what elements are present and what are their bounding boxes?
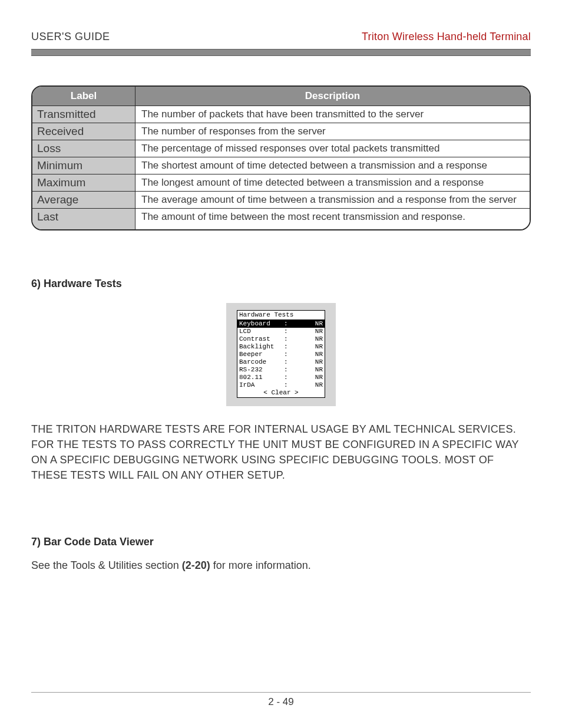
device-row-name: Barcode (239, 358, 284, 366)
col-header-description: Description (135, 87, 530, 106)
cell-description: The longest amount of time detected betw… (135, 174, 530, 192)
device-row-value: NR (288, 381, 323, 389)
table-row: Received The number of responses from th… (32, 123, 530, 140)
description-table: Label Description Transmitted The number… (32, 87, 530, 229)
device-row-name: RS-232 (239, 366, 284, 374)
cell-label: Maximum (32, 174, 135, 192)
cell-description: The percentage of missed responses over … (135, 140, 530, 157)
device-row-irda: IrDA :NR (237, 381, 325, 389)
device-row-sep: : (284, 358, 288, 366)
cell-label: Received (32, 123, 135, 140)
device-row-sep: : (284, 335, 288, 343)
device-row-name: LCD (239, 328, 284, 335)
device-body: Keyboard :NR LCD :NR Contrast :NR Backli… (237, 320, 325, 397)
section-7-reference: (2-20) (182, 559, 210, 571)
device-row-backlight: Backlight:NR (237, 343, 325, 351)
device-row-name: Contrast (239, 335, 284, 343)
section-6-paragraph: THE TRITON HARDWARE TESTS ARE FOR INTERN… (31, 421, 531, 483)
section-7-paragraph: See the Tools & Utilities section (2-20)… (31, 558, 531, 573)
page-footer: 2 - 49 (31, 692, 531, 708)
cell-description: The number of responses from the server (135, 123, 530, 140)
table-row: Maximum The longest amount of time detec… (32, 174, 530, 192)
device-row-sep: : (284, 351, 288, 358)
cell-description: The amount of time between the most rece… (135, 209, 530, 230)
section-7-text-post: for more information. (210, 559, 311, 571)
device-window: Hardware Tests Keyboard :NR LCD :NR Cont… (237, 310, 325, 398)
cell-description: The average amount of time between a tra… (135, 192, 530, 209)
page-header: USER'S GUIDE Triton Wireless Hand-held T… (0, 0, 562, 56)
cell-label: Last (32, 209, 135, 230)
table-header-row: Label Description (32, 87, 530, 106)
cell-label: Transmitted (32, 106, 135, 123)
table-row: Minimum The shortest amount of time dete… (32, 157, 530, 174)
device-row-name: Beeper (239, 351, 284, 358)
section-7-heading: 7) Bar Code Data Viewer (31, 536, 531, 548)
device-row-value: NR (288, 374, 323, 381)
device-row-name: Backlight (239, 343, 284, 351)
device-row-sep: : (284, 343, 288, 351)
device-row-keyboard: Keyboard :NR (237, 320, 325, 328)
device-row-value: NR (288, 358, 323, 366)
content: Label Description Transmitted The number… (0, 56, 562, 573)
device-row-rs232: RS-232 :NR (237, 366, 325, 374)
col-header-label: Label (32, 87, 135, 106)
device-row-value: NR (288, 351, 323, 358)
table-row: Last The amount of time between the most… (32, 209, 530, 230)
device-row-value: NR (288, 320, 323, 328)
cell-description: The number of packets that have been tra… (135, 106, 530, 123)
section-6-heading: 6) Hardware Tests (31, 278, 531, 290)
device-row-contrast: Contrast :NR (237, 335, 325, 343)
device-row-name: Keyboard (239, 320, 284, 328)
cell-description: The shortest amount of time detected bet… (135, 157, 530, 174)
device-row-beeper: Beeper :NR (237, 351, 325, 358)
device-row-value: NR (288, 343, 323, 351)
header-right: Triton Wireless Hand-held Terminal (362, 31, 531, 43)
device-row-name: IrDA (239, 381, 284, 389)
device-row-sep: : (284, 328, 288, 335)
page-number: 2 - 49 (268, 696, 293, 707)
device-row-value: NR (288, 335, 323, 343)
hardware-tests-screenshot: Hardware Tests Keyboard :NR LCD :NR Cont… (31, 303, 531, 406)
table-row: Transmitted The number of packets that h… (32, 106, 530, 123)
cell-label: Loss (32, 140, 135, 157)
page: USER'S GUIDE Triton Wireless Hand-held T… (0, 0, 562, 728)
device-row-lcd: LCD :NR (237, 328, 325, 335)
device-row-value: NR (288, 328, 323, 335)
device-clear-button: < Clear > (237, 389, 325, 397)
header-row: USER'S GUIDE Triton Wireless Hand-held T… (31, 31, 531, 43)
device-row-80211: 802.11 :NR (237, 374, 325, 381)
device-row-value: NR (288, 366, 323, 374)
device-row-barcode: Barcode :NR (237, 358, 325, 366)
device-row-sep: : (284, 374, 288, 381)
header-left: USER'S GUIDE (31, 31, 110, 43)
header-rule (31, 49, 531, 56)
device-row-sep: : (284, 381, 288, 389)
cell-label: Minimum (32, 157, 135, 174)
device-row-sep: : (284, 320, 288, 328)
table-row: Average The average amount of time betwe… (32, 192, 530, 209)
device-row-name: 802.11 (239, 374, 284, 381)
device-row-sep: : (284, 366, 288, 374)
description-table-wrap: Label Description Transmitted The number… (31, 85, 531, 230)
device-title: Hardware Tests (237, 311, 325, 320)
device-screen: Hardware Tests Keyboard :NR LCD :NR Cont… (226, 303, 336, 406)
table-row: Loss The percentage of missed responses … (32, 140, 530, 157)
cell-label: Average (32, 192, 135, 209)
section-7-text-pre: See the Tools & Utilities section (31, 559, 182, 571)
